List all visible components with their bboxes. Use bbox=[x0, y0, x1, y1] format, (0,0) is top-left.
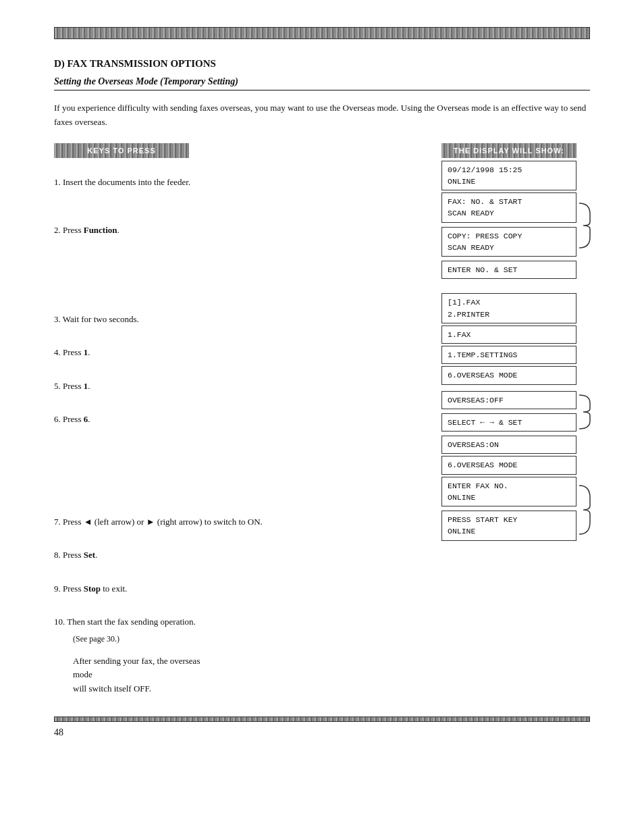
step-8-text: Press bbox=[63, 550, 84, 560]
step-5-after: . bbox=[88, 381, 90, 391]
display-fax-printer: [1].FAX 2.PRINTER bbox=[441, 293, 576, 323]
step-8-after: . bbox=[95, 550, 97, 560]
display-header: THE DISPLAY WILL SHOW: bbox=[441, 143, 576, 158]
content-table: KEYS TO PRESS 1. Insert the documents in… bbox=[54, 143, 590, 696]
grouped-overseas: OVERSEAS:OFF SELECT ← → & SET bbox=[441, 391, 591, 434]
section-title: D) FAX TRANSMISSION OPTIONS bbox=[54, 58, 590, 70]
step-10-note: (See page 30.) bbox=[73, 633, 421, 645]
display-overseas-mode1: 6.OVERSEAS MODE bbox=[441, 366, 576, 384]
step-6-text: Press bbox=[63, 414, 84, 424]
step-5-text: Press bbox=[63, 381, 84, 391]
step-7-text: Press ◄ (left arrow) or ► (right arrow) … bbox=[63, 517, 263, 527]
subtitle: Setting the Overseas Mode (Temporary Set… bbox=[54, 76, 590, 90]
step-10-text: Then start the fax sending operation. bbox=[67, 617, 196, 627]
step-6-num: 6. bbox=[54, 414, 61, 424]
display-overseas-mode2: 6.OVERSEAS MODE bbox=[441, 456, 576, 474]
step-10: 10. Then start the fax sending operation… bbox=[54, 611, 421, 633]
display-overseas-off: OVERSEAS:OFF bbox=[441, 391, 576, 409]
step-1: 1. Insert the documents into the feeder. bbox=[54, 172, 421, 193]
display-copy-scan: COPY: PRESS COPY SCAN READY bbox=[441, 227, 576, 257]
after-text-line2: will switch itself OFF. bbox=[73, 682, 221, 696]
display-fax-scan: FAX: NO. & START SCAN READY bbox=[441, 192, 576, 223]
top-decorative-bar bbox=[54, 27, 590, 39]
step-2-text: Press bbox=[63, 225, 84, 235]
step-1-num: 1. bbox=[54, 177, 61, 187]
step-6: 6. Press 6. bbox=[54, 409, 421, 430]
step-9: 9. Press Stop to exit. bbox=[54, 578, 421, 600]
keys-header: KEYS TO PRESS bbox=[54, 143, 189, 158]
display-enter-fax: ENTER FAX NO. ONLINE bbox=[441, 477, 576, 507]
step-1-text: Insert the documents into the feeder. bbox=[63, 177, 190, 187]
page-number: 48 bbox=[54, 727, 590, 738]
grouped-boxes-inner: FAX: NO. & START SCAN READY COPY: PRESS … bbox=[441, 192, 576, 259]
step-6-after: . bbox=[88, 414, 90, 424]
step-4: 4. Press 1. bbox=[54, 342, 421, 363]
step-4-after: . bbox=[88, 347, 90, 357]
step-8: 8. Press Set. bbox=[54, 544, 421, 566]
display-temp-settings: 1.TEMP.SETTINGS bbox=[441, 346, 576, 364]
brace-fax-copy bbox=[578, 192, 591, 259]
step-3-text: Wait for two seconds. bbox=[63, 314, 139, 324]
step-2-after: . bbox=[117, 225, 119, 235]
page: D) FAX TRANSMISSION OPTIONS Setting the … bbox=[0, 0, 644, 834]
grouped-enter-fax: ENTER FAX NO. ONLINE PRESS START KEY ONL… bbox=[441, 477, 591, 543]
steps-column: KEYS TO PRESS 1. Insert the documents in… bbox=[54, 143, 421, 696]
step-2-bold: Function bbox=[84, 225, 117, 235]
display-date-online: 09/12/1998 15:25 ONLINE bbox=[441, 161, 576, 191]
step-9-text: Press bbox=[63, 583, 84, 594]
display-column: THE DISPLAY WILL SHOW: 09/12/1998 15:25 … bbox=[441, 143, 590, 545]
display-enter-no: ENTER NO. & SET bbox=[441, 261, 576, 279]
step-2-num: 2. bbox=[54, 225, 61, 235]
step-4-num: 4. bbox=[54, 347, 61, 357]
step-10-num: 10. bbox=[54, 617, 65, 627]
grouped-enter-fax-inner: ENTER FAX NO. ONLINE PRESS START KEY ONL… bbox=[441, 477, 576, 543]
brace-overseas bbox=[578, 391, 591, 434]
display-overseas-on: OVERSEAS:ON bbox=[441, 436, 576, 454]
step-8-bold: Set bbox=[84, 550, 95, 560]
step-9-after: to exit. bbox=[101, 583, 127, 594]
step-9-bold: Stop bbox=[84, 583, 101, 594]
grouped-overseas-inner: OVERSEAS:OFF SELECT ← → & SET bbox=[441, 391, 576, 434]
after-text-line1: After sending your fax, the overseas mod… bbox=[73, 654, 221, 683]
brace-enter-fax bbox=[578, 477, 591, 543]
step-8-num: 8. bbox=[54, 550, 61, 560]
step-5: 5. Press 1. bbox=[54, 375, 421, 397]
step-5-num: 5. bbox=[54, 381, 61, 391]
step-7: 7. Press ◄ (left arrow) or ► (right arro… bbox=[54, 511, 421, 533]
display-select-set: SELECT ← → & SET bbox=[441, 413, 576, 432]
step-2: 2. Press Function. bbox=[54, 219, 421, 241]
display-press-start: PRESS START KEY ONLINE bbox=[441, 511, 576, 541]
after-text: After sending your fax, the overseas mod… bbox=[73, 654, 221, 696]
intro-text: If you experience difficulty with sendin… bbox=[54, 101, 590, 130]
grouped-fax-copy: FAX: NO. & START SCAN READY COPY: PRESS … bbox=[441, 192, 591, 259]
bottom-decorative-bar bbox=[54, 716, 590, 722]
step-9-num: 9. bbox=[54, 583, 61, 594]
display-1fax: 1.FAX bbox=[441, 325, 576, 344]
step-7-num: 7. bbox=[54, 517, 61, 527]
step-3: 3. Wait for two seconds. bbox=[54, 309, 421, 330]
step-4-text: Press bbox=[63, 347, 84, 357]
step-3-num: 3. bbox=[54, 314, 61, 324]
